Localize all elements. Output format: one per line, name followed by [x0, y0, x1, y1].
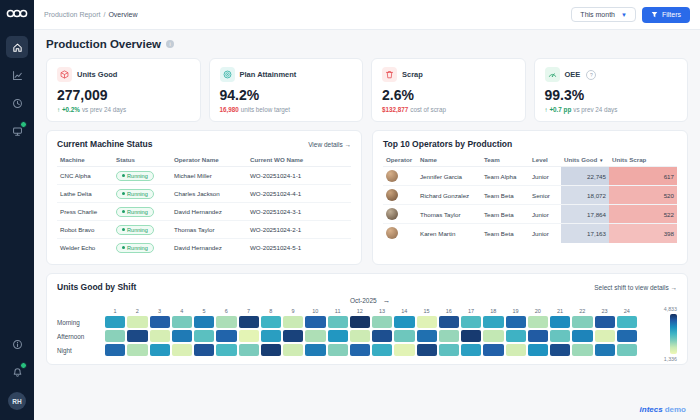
breadcrumb-section[interactable]: Production Report [44, 11, 100, 18]
sidebar-item-home[interactable] [6, 36, 28, 58]
heatmap-cell[interactable] [617, 344, 637, 356]
sidebar-item-analytics[interactable] [6, 64, 28, 86]
period-select[interactable]: This month ▼ [571, 7, 636, 22]
heatmap-cell[interactable] [194, 330, 214, 342]
heatmap-cell[interactable] [595, 330, 615, 342]
heatmap-cell[interactable] [372, 344, 392, 356]
heatmap-cell[interactable] [239, 316, 259, 328]
heatmap-cell[interactable] [550, 316, 570, 328]
heatmap-cell[interactable] [506, 330, 526, 342]
heatmap-cell[interactable] [528, 330, 548, 342]
heatmap-cell[interactable] [172, 330, 192, 342]
heatmap-cell[interactable] [572, 344, 592, 356]
heatmap-cell[interactable] [150, 330, 170, 342]
machine-row[interactable]: Robot BravoRunningThomas TaylorWO-202510… [57, 221, 351, 239]
heatmap-cell[interactable] [216, 330, 236, 342]
heatmap-cell[interactable] [194, 344, 214, 356]
heatmap-cell[interactable] [239, 330, 259, 342]
heatmap-cell[interactable] [328, 344, 348, 356]
operator-row[interactable]: Thomas TaylorTeam BetaJunior17,864522 [383, 205, 677, 224]
heatmap-cell[interactable] [305, 330, 325, 342]
heatmap-cell[interactable] [417, 330, 437, 342]
filters-button[interactable]: Filters [642, 7, 690, 23]
heatmap-cell[interactable] [105, 330, 125, 342]
heatmap-cell[interactable] [595, 316, 615, 328]
col-units-scrap[interactable]: Units Scrap [609, 153, 677, 167]
heatmap-cell[interactable] [127, 316, 147, 328]
heatmap-cell[interactable] [461, 344, 481, 356]
heatmap-cell[interactable] [483, 344, 503, 356]
heatmap-cell[interactable] [283, 316, 303, 328]
sidebar-item-machines[interactable] [6, 120, 28, 142]
heatmap-cell[interactable] [439, 344, 459, 356]
machine-row[interactable]: Welder EchoRunningDavid HernandezWO-2025… [57, 239, 351, 257]
heatmap-cell[interactable] [127, 344, 147, 356]
heatmap-cell[interactable] [283, 330, 303, 342]
col-team[interactable]: Team [481, 153, 529, 167]
heatmap-cell[interactable] [617, 330, 637, 342]
sidebar-item-notifications[interactable] [6, 361, 28, 383]
heatmap-cell[interactable] [483, 330, 503, 342]
heatmap-cell[interactable] [150, 316, 170, 328]
heatmap-cell[interactable] [394, 316, 414, 328]
operator-row[interactable]: Richard GonzalezTeam BetaSenior18,072520 [383, 186, 677, 205]
operator-row[interactable]: Jennifer GarciaTeam AlphaJunior22,745617 [383, 167, 677, 186]
heatmap-cell[interactable] [506, 316, 526, 328]
heatmap-cell[interactable] [283, 344, 303, 356]
col-units-good[interactable]: Units Good ▼ [561, 153, 609, 167]
heatmap-cell[interactable] [461, 330, 481, 342]
heatmap-cell[interactable] [350, 330, 370, 342]
heatmap-cell[interactable] [350, 316, 370, 328]
heatmap-cell[interactable] [394, 344, 414, 356]
heatmap-cell[interactable] [439, 330, 459, 342]
heatmap-cell[interactable] [194, 316, 214, 328]
heatmap-cell[interactable] [305, 344, 325, 356]
col-name[interactable]: Name [417, 153, 481, 167]
heatmap-cell[interactable] [172, 316, 192, 328]
heatmap-cell[interactable] [261, 344, 281, 356]
heatmap-cell[interactable] [572, 330, 592, 342]
next-month-arrow-icon[interactable]: → [383, 296, 391, 305]
machine-row[interactable]: Press CharlieRunningDavid HernandezWO-20… [57, 203, 351, 221]
heatmap-cell[interactable] [150, 344, 170, 356]
machine-row[interactable]: Lathe DeltaRunningCharles JacksonWO-2025… [57, 185, 351, 203]
heatmap-cell[interactable] [261, 330, 281, 342]
heatmap-cell[interactable] [550, 330, 570, 342]
heatmap-cell[interactable] [216, 344, 236, 356]
heatmap-cell[interactable] [261, 316, 281, 328]
heatmap-cell[interactable] [105, 316, 125, 328]
sidebar-item-info[interactable] [6, 333, 28, 355]
heatmap-cell[interactable] [105, 344, 125, 356]
heatmap-cell[interactable] [483, 316, 503, 328]
heatmap-cell[interactable] [439, 316, 459, 328]
heatmap-cell[interactable] [595, 344, 615, 356]
heatmap-cell[interactable] [372, 316, 392, 328]
heatmap-cell[interactable] [127, 330, 147, 342]
heatmap-cell[interactable] [328, 330, 348, 342]
heatmap-cell[interactable] [528, 316, 548, 328]
heatmap-cell[interactable] [372, 330, 392, 342]
col-level[interactable]: Level [529, 153, 561, 167]
heatmap-cell[interactable] [528, 344, 548, 356]
heatmap-cell[interactable] [417, 344, 437, 356]
title-info-icon[interactable]: i [166, 40, 174, 48]
heatmap-cell[interactable] [305, 316, 325, 328]
sidebar-item-history[interactable] [6, 92, 28, 114]
user-avatar[interactable]: RH [8, 392, 26, 410]
heatmap-cell[interactable] [350, 344, 370, 356]
heatmap-cell[interactable] [617, 316, 637, 328]
view-details-link[interactable]: View details → [308, 141, 351, 148]
heatmap-cell[interactable] [216, 316, 236, 328]
help-icon[interactable]: ? [586, 70, 596, 80]
heatmap-cell[interactable] [394, 330, 414, 342]
app-logo-icon[interactable] [6, 8, 28, 19]
machine-row[interactable]: CNC AlphaRunningMichael MillerWO-2025102… [57, 167, 351, 185]
heatmap-cell[interactable] [572, 316, 592, 328]
heatmap-cell[interactable] [239, 344, 259, 356]
heatmap-cell[interactable] [461, 316, 481, 328]
heatmap-cell[interactable] [328, 316, 348, 328]
operator-row[interactable]: Karen MartinTeam BetaJunior17,163398 [383, 224, 677, 243]
heatmap-cell[interactable] [506, 344, 526, 356]
heatmap-cell[interactable] [550, 344, 570, 356]
heatmap-cell[interactable] [417, 316, 437, 328]
